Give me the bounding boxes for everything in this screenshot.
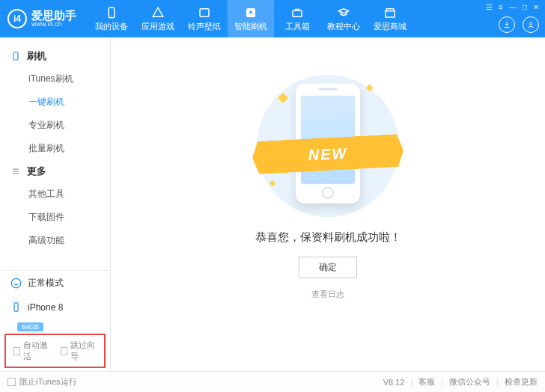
version-label: V8.12: [383, 378, 405, 387]
flash-icon: [244, 6, 258, 19]
block-itunes-checkbox[interactable]: 阻止iTunes运行: [7, 376, 77, 388]
checkbox-label: 阻止iTunes运行: [19, 376, 77, 388]
user-button[interactable]: [523, 16, 539, 33]
svg-point-1: [111, 15, 112, 16]
tab-label: 工具箱: [285, 21, 310, 32]
storage-badge: 64GB: [17, 322, 43, 331]
tab-label: 智能刷机: [234, 21, 267, 32]
sidebar-item-itunes-flash[interactable]: iTunes刷机: [0, 67, 110, 91]
sparkle-icon: [278, 93, 288, 103]
tab-label: 铃声壁纸: [188, 21, 221, 32]
svg-rect-11: [14, 303, 18, 311]
group-title: 刷机: [27, 49, 46, 63]
tab-label: 应用游戏: [141, 21, 174, 32]
apps-icon: [151, 6, 165, 19]
tab-store[interactable]: 爱思商城: [367, 0, 413, 37]
device-model-row[interactable]: iPhone 8: [0, 295, 110, 319]
sidebar-group-flash[interactable]: 刷机: [0, 45, 110, 67]
device-icon: [105, 6, 118, 19]
brand-name: 爱思助手: [31, 10, 76, 21]
auto-activate-checkbox[interactable]: 自动激活: [13, 340, 50, 362]
phone-icon: [10, 51, 21, 61]
menu-icon[interactable]: ≡: [499, 3, 503, 11]
update-link[interactable]: 检查更新: [505, 376, 538, 388]
device-mode-label: 正常模式: [28, 277, 64, 290]
sidebar-item-batch-flash[interactable]: 批量刷机: [0, 137, 110, 160]
svg-rect-5: [386, 10, 395, 16]
tab-label: 爱思商城: [374, 21, 407, 32]
sidebar-item-other-tools[interactable]: 其他工具: [0, 183, 110, 206]
sparkle-icon: [366, 85, 374, 92]
sidebar-item-oneclick-flash[interactable]: 一键刷机: [0, 91, 110, 114]
brand-logo-icon: i4: [7, 9, 27, 28]
device-model-label: iPhone 8: [28, 302, 63, 313]
store-icon: [383, 6, 397, 19]
settings-icon[interactable]: ☰: [486, 3, 493, 11]
wechat-link[interactable]: 微信公众号: [449, 376, 490, 388]
sidebar: 刷机 iTunes刷机 一键刷机 专业刷机 批量刷机 更多 其他工具 下载固件 …: [0, 37, 111, 371]
sidebar-item-advanced[interactable]: 高级功能: [0, 229, 110, 252]
option-checkrow: 自动激活 跳过向导: [4, 334, 106, 368]
tutorial-icon: [337, 6, 350, 19]
success-message: 恭喜您，保资料刷机成功啦！: [255, 230, 401, 245]
checkbox-icon: [7, 378, 16, 386]
separator: |: [496, 378, 499, 387]
tab-label: 教程中心: [327, 21, 360, 32]
toolbox-icon: [290, 6, 304, 19]
sidebar-group-more[interactable]: 更多: [0, 160, 110, 183]
download-button[interactable]: [499, 16, 515, 33]
svg-point-6: [530, 22, 532, 25]
tab-ringtones[interactable]: 铃声壁纸: [181, 0, 228, 37]
checkbox-label: 跳过向导: [70, 340, 97, 362]
ringtone-icon: [198, 6, 211, 19]
success-illustration: NEW: [257, 75, 399, 217]
device-mode-row[interactable]: 正常模式: [0, 271, 110, 295]
confirm-button[interactable]: 确定: [299, 257, 357, 278]
tab-label: 我的设备: [95, 21, 128, 32]
sidebar-item-download-firmware[interactable]: 下载固件: [0, 206, 110, 229]
sparkle-icon: [270, 180, 275, 186]
tab-tools[interactable]: 工具箱: [274, 0, 320, 37]
checkbox-label: 自动激活: [23, 340, 49, 362]
checkbox-icon: [13, 347, 20, 355]
view-log-link[interactable]: 查看日志: [311, 289, 344, 300]
sidebar-item-pro-flash[interactable]: 专业刷机: [0, 114, 110, 137]
status-bar: 阻止iTunes运行 V8.12 | 客服 | 微信公众号 | 检查更新: [0, 371, 545, 392]
tab-my-device[interactable]: 我的设备: [88, 0, 135, 37]
support-link[interactable]: 客服: [418, 376, 435, 388]
checkbox-icon: [61, 347, 67, 355]
group-title: 更多: [27, 165, 46, 178]
svg-rect-7: [13, 52, 18, 61]
window-controls: ☰ ≡ — □ ✕: [486, 3, 539, 11]
tab-tutorials[interactable]: 教程中心: [320, 0, 367, 37]
svg-rect-4: [293, 10, 302, 16]
main-panel: NEW 恭喜您，保资料刷机成功啦！ 确定 查看日志: [111, 37, 545, 371]
more-icon: [10, 166, 21, 177]
mode-icon: [10, 278, 22, 289]
close-icon[interactable]: ✕: [533, 3, 539, 11]
skip-guide-checkbox[interactable]: 跳过向导: [61, 340, 97, 362]
tab-flash[interactable]: 智能刷机: [228, 0, 274, 37]
brand: i4 爱思助手 www.i4.cn: [0, 0, 84, 37]
maximize-icon[interactable]: □: [523, 3, 527, 11]
minimize-icon[interactable]: —: [509, 3, 517, 11]
separator: |: [410, 378, 412, 387]
main-tabs: 我的设备 应用游戏 铃声壁纸 智能刷机 工具箱 教程中心 爱思商城: [88, 0, 413, 37]
separator: |: [441, 378, 443, 387]
new-ribbon: NEW: [252, 134, 404, 175]
tab-apps[interactable]: 应用游戏: [135, 0, 181, 37]
brand-url: www.i4.cn: [31, 21, 76, 28]
phone-small-icon: [10, 301, 22, 313]
app-header: i4 爱思助手 www.i4.cn 我的设备 应用游戏 铃声壁纸 智能刷机 工具…: [0, 0, 545, 37]
svg-rect-2: [200, 8, 209, 16]
